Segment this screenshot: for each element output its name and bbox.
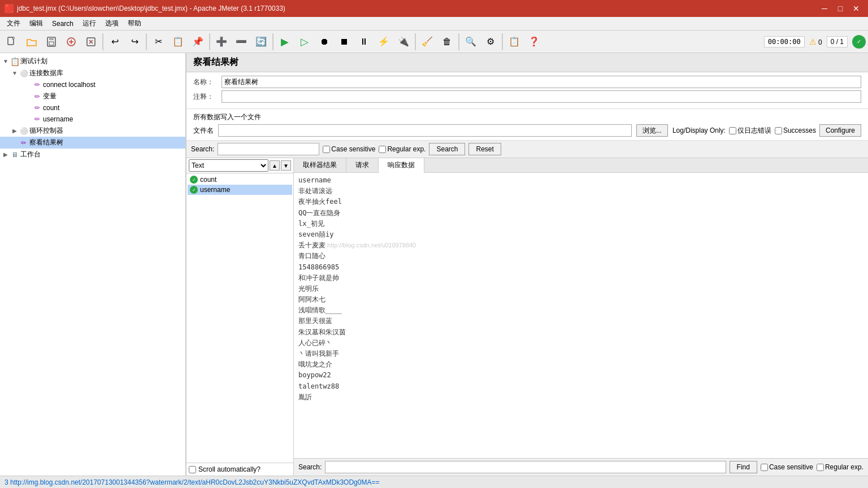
detail-line: 非处请滚远 — [298, 186, 863, 197]
successes-check[interactable]: Successes — [775, 127, 816, 134]
case-sensitive-check[interactable]: Case sensitive — [323, 145, 375, 153]
copy-button[interactable]: 📋 — [168, 32, 188, 51]
undo-button[interactable]: ↩ — [105, 32, 124, 51]
tree-item-loop[interactable]: ▶ ⚪ 循环控制器 — [0, 125, 185, 137]
function-btn[interactable]: ⚙ — [481, 32, 500, 51]
help-button[interactable]: ❓ — [524, 32, 544, 51]
file-section-title: 所有数据写入一个文件 — [193, 112, 861, 122]
search-input[interactable] — [218, 143, 319, 155]
sample-ratio: 0 / 1 — [827, 36, 848, 47]
result-item-username[interactable]: ✓ username — [188, 185, 292, 195]
comment-input[interactable] — [222, 90, 861, 103]
close-button[interactable]: ✕ — [849, 3, 863, 14]
toolbar-separator-2 — [146, 33, 147, 50]
redo-button[interactable]: ↪ — [125, 32, 144, 51]
find-button[interactable]: Find — [730, 461, 757, 473]
tree-item-connect-localhost[interactable]: ✏ connect localhost — [0, 79, 185, 90]
bottom-case-checkbox[interactable] — [761, 464, 768, 471]
tree-toggle-test-plan[interactable]: ▼ — [2, 58, 9, 65]
list-view-button[interactable]: 📋 — [505, 32, 524, 51]
minimize-button[interactable]: ─ — [817, 3, 832, 14]
menu-options[interactable]: 选项 — [101, 18, 123, 30]
detail-line: seven囍iy — [298, 229, 863, 240]
case-sensitive-checkbox[interactable] — [323, 146, 330, 153]
tab-sampler-result[interactable]: 取样器结果 — [294, 158, 346, 172]
start-no-pause-button[interactable]: ▷ — [295, 32, 314, 51]
regular-exp-checkbox[interactable] — [379, 146, 386, 153]
toolbar-separator-4 — [272, 33, 274, 50]
expand-button[interactable]: ➕ — [212, 32, 231, 51]
tree-item-db-connection[interactable]: ▼ ⚪ 连接数据库 — [0, 67, 185, 79]
tree-item-view-results[interactable]: ✏ 察看结果树 — [0, 137, 185, 149]
tree-toggle-loop[interactable]: ▶ — [11, 128, 18, 134]
reset-button[interactable]: Reset — [468, 143, 501, 155]
browse-button[interactable]: 浏览... — [636, 124, 668, 137]
remote-stop-button[interactable]: 🔌 — [394, 32, 413, 51]
tree-toggle-db[interactable]: ▼ — [11, 70, 18, 77]
new-button[interactable] — [2, 32, 21, 51]
remote-start-button[interactable]: ⚡ — [374, 32, 393, 51]
tree-item-username[interactable]: ✏ username — [0, 114, 185, 125]
open-button[interactable] — [22, 32, 41, 51]
tree-item-test-plan[interactable]: ▼ 📋 测试计划 — [0, 55, 185, 67]
title-text: jdbc_test.jmx (C:\Users\slowchen\Desktop… — [17, 5, 817, 12]
name-input[interactable] — [222, 76, 861, 88]
result-item-count[interactable]: ✓ count — [188, 175, 292, 185]
search-button[interactable]: Search — [429, 143, 465, 155]
toolbar-separator-6 — [458, 33, 459, 50]
status-text: 3 http://img.blog.csdn.net/2017071300134… — [5, 478, 379, 486]
menu-edit[interactable]: 编辑 — [25, 18, 47, 30]
detail-line: talentwz88 — [298, 381, 863, 392]
regular-exp-check[interactable]: Regular exp. — [379, 145, 426, 153]
toolbar-separator-7 — [502, 33, 503, 50]
collapse-button[interactable]: ➖ — [232, 32, 251, 51]
search-btn[interactable]: 🔍 — [461, 32, 480, 51]
log-only-check[interactable]: 仅日志错误 — [729, 126, 771, 136]
elapsed-time: 00:00:00 — [764, 36, 805, 47]
revert-button[interactable] — [81, 32, 101, 51]
scroll-down-button[interactable]: ▼ — [281, 160, 291, 171]
tree-toggle-var — [25, 93, 32, 100]
configure-button[interactable]: Configure — [819, 124, 861, 137]
detail-line: username — [298, 175, 863, 186]
tree-toggle-workbench[interactable]: ▶ — [2, 151, 9, 158]
scroll-up-button[interactable]: ▲ — [270, 160, 280, 171]
bottom-regex-checkbox[interactable] — [817, 464, 824, 471]
bottom-case-sensitive[interactable]: Case sensitive — [761, 463, 813, 471]
clear-button[interactable]: 🧹 — [418, 32, 437, 51]
successes-checkbox[interactable] — [775, 127, 782, 134]
start-button[interactable]: ▶ — [275, 32, 294, 51]
result-icon-count: ✓ — [190, 176, 198, 184]
menu-file[interactable]: 文件 — [2, 18, 25, 30]
tree-item-count[interactable]: ✏ count — [0, 102, 185, 114]
save-as-button[interactable] — [62, 32, 81, 51]
menu-search[interactable]: Search — [47, 18, 78, 30]
paste-button[interactable]: 📌 — [188, 32, 207, 51]
bottom-regular-exp[interactable]: Regular exp. — [817, 463, 863, 471]
shutdown-button[interactable]: ⏸ — [354, 32, 374, 51]
scroll-auto-checkbox[interactable] — [189, 466, 196, 473]
cut-button[interactable]: ✂ — [149, 32, 168, 51]
file-input[interactable] — [218, 124, 632, 137]
tab-request[interactable]: 请求 — [346, 158, 379, 172]
tree-item-workbench[interactable]: ▶ 🖥 工作台 — [0, 149, 185, 160]
view-type-dropdown[interactable]: Text HTML JSON XML — [189, 159, 268, 172]
bottom-search-input[interactable] — [325, 461, 726, 473]
start-select-button[interactable]: ⏺ — [315, 32, 334, 51]
menu-help[interactable]: 帮助 — [123, 18, 146, 30]
scroll-auto-label: Scroll automatically? — [198, 465, 261, 473]
tab-response-data[interactable]: 响应数据 — [379, 158, 424, 173]
save-button[interactable] — [42, 32, 61, 51]
clear-all-button[interactable]: 🗑 — [437, 32, 457, 51]
toolbar-separator-3 — [209, 33, 210, 50]
log-options: Log/Display Only: 仅日志错误 Successes Config… — [672, 124, 861, 137]
toggle-button[interactable]: 🔄 — [251, 32, 271, 51]
form-section: 名称： 注释： — [186, 72, 868, 109]
log-only-checkbox[interactable] — [729, 127, 736, 134]
result-label-count: count — [200, 176, 216, 184]
comment-row: 注释： — [193, 90, 861, 103]
maximize-button[interactable]: □ — [833, 3, 848, 14]
menu-run[interactable]: 运行 — [78, 18, 101, 30]
stop-button[interactable]: ⏹ — [335, 32, 354, 51]
tree-item-variables[interactable]: ✏ 变量 — [0, 90, 185, 102]
